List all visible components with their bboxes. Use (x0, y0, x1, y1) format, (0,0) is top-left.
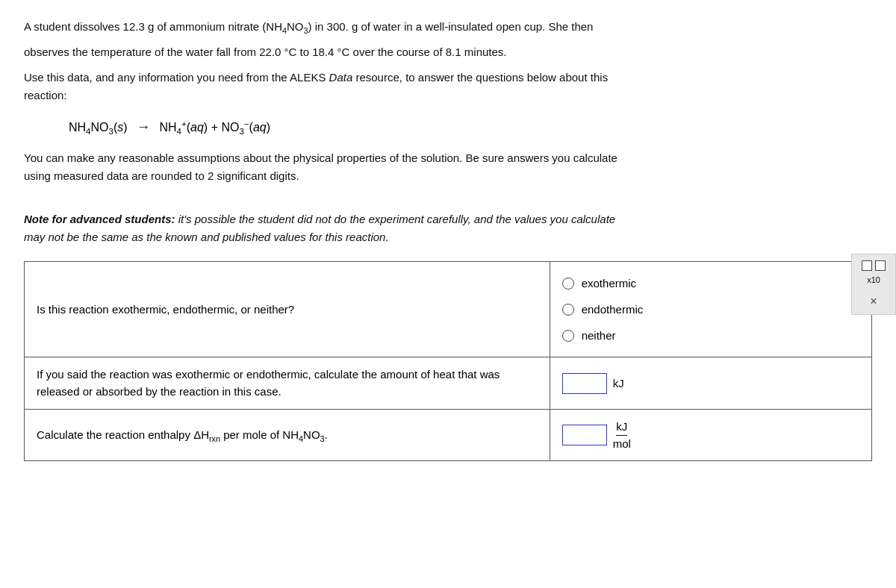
heat-unit: kJ (613, 377, 624, 390)
table-row-1: Is this reaction exothermic, endothermic… (25, 262, 872, 357)
equation-block: NH4NO3(s) → NH4+(aq) + NO3−(aq) (69, 115, 872, 139)
heat-input-group: kJ (562, 373, 859, 394)
questions-table: Is this reaction exothermic, endothermic… (24, 261, 872, 461)
enthalpy-fraction-unit: kJ mol (613, 419, 631, 451)
temp-observation: observes the temperature of the water fa… (24, 43, 872, 61)
x10-label: x10 (867, 275, 880, 284)
close-button[interactable]: × (870, 295, 877, 308)
question-2-text: If you said the reaction was exothermic … (37, 368, 500, 398)
page-wrapper: A student dissolves 12.3 g of ammonium n… (0, 0, 896, 588)
enthalpy-input-group: kJ mol (562, 419, 859, 451)
radio-circle-exothermic[interactable] (562, 278, 574, 290)
question-3-cell: Calculate the reaction enthalpy ΔHrxn pe… (25, 410, 550, 461)
answer-2-cell: kJ (550, 357, 871, 410)
side-checkbox-row (862, 260, 886, 271)
table-row-3: Calculate the reaction enthalpy ΔHrxn pe… (25, 410, 872, 461)
table-row-2: If you said the reaction was exothermic … (25, 357, 872, 410)
question-1-cell: Is this reaction exothermic, endothermic… (25, 262, 550, 357)
problem-text: A student dissolves 12.3 g of ammonium n… (24, 18, 872, 104)
reaction-arrow: → (137, 115, 150, 139)
question-2-cell: If you said the reaction was exothermic … (25, 357, 550, 410)
radio-label-exothermic: exothermic (582, 277, 636, 290)
radio-circle-neither[interactable] (562, 330, 574, 342)
heat-input[interactable] (562, 373, 607, 394)
assumption-block: You can make any reasonable assumptions … (24, 149, 872, 246)
assumption-text: You can make any reasonable assumptions … (24, 149, 872, 185)
question-3-text: Calculate the reaction enthalpy ΔHrxn pe… (37, 428, 328, 441)
radio-group: exothermic endothermic neither (562, 271, 859, 348)
answer-3-cell: kJ mol (550, 410, 871, 461)
side-square (875, 260, 886, 271)
radio-neither[interactable]: neither (562, 329, 859, 342)
radio-label-endothermic: endothermic (582, 303, 644, 316)
note-text: Note for advanced students: it's possibl… (24, 210, 872, 246)
enthalpy-unit-denominator: mol (613, 436, 631, 451)
enthalpy-input[interactable] (562, 425, 607, 445)
equation-display: NH4NO3(s) → NH4+(aq) + NO3−(aq) (69, 121, 270, 134)
instruction-line: Use this data, and any information you n… (24, 69, 872, 104)
side-panel: x10 × (851, 254, 896, 315)
radio-exothermic[interactable]: exothermic (562, 277, 859, 290)
enthalpy-unit-numerator: kJ (616, 419, 627, 436)
side-checkbox[interactable] (862, 260, 872, 271)
intro-paragraph: A student dissolves 12.3 g of ammonium n… (24, 18, 872, 36)
radio-circle-endothermic[interactable] (562, 304, 574, 316)
answer-1-cell: exothermic endothermic neither (550, 262, 871, 357)
question-1-text: Is this reaction exothermic, endothermic… (37, 303, 294, 316)
radio-endothermic[interactable]: endothermic (562, 303, 859, 316)
chemical-formula-parens: (NH4NO3) (262, 20, 311, 33)
radio-label-neither: neither (582, 329, 616, 342)
